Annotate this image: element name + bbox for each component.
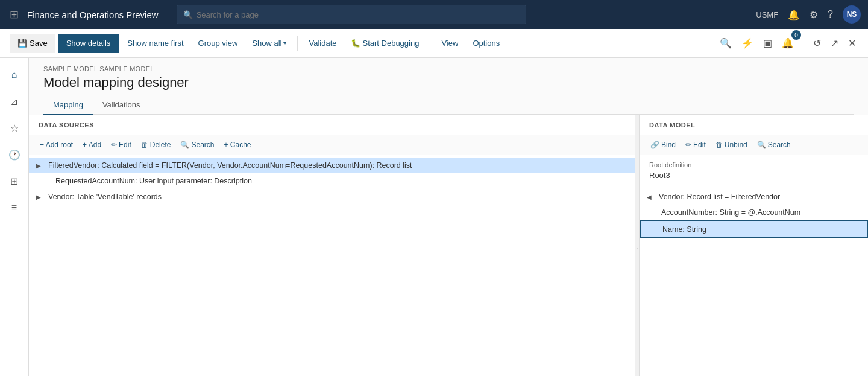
search-ds-icon: 🔍 xyxy=(180,141,189,149)
expand-icon-vendor: ▶ xyxy=(36,194,46,200)
show-name-first-button[interactable]: Show name first xyxy=(121,34,189,53)
toolbar-right: 🔍 ⚡ ▣ 🔔 0 ↺ ↗ ✕ xyxy=(717,35,858,51)
validate-button[interactable]: Validate xyxy=(303,34,342,53)
dm-expand-icon-vendor: ◀ xyxy=(647,194,656,200)
page-title: Model mapping designer xyxy=(43,75,854,91)
tab-mapping[interactable]: Mapping xyxy=(43,95,93,115)
notification-badge: 0 xyxy=(791,30,801,40)
group-view-button[interactable]: Group view xyxy=(192,34,244,53)
sidebar-home-icon[interactable]: ⌂ xyxy=(2,63,27,87)
separator-2 xyxy=(430,36,430,51)
data-sources-panel: DATA SOURCES + Add root + Add ✏ Edit 🗑 D… xyxy=(29,115,635,376)
dm-root-definition: Root definition Root3 xyxy=(640,155,868,186)
expand-icon-filtered-vendor: ▶ xyxy=(36,162,46,169)
view-button[interactable]: View xyxy=(435,34,464,53)
app-title: Finance and Operations Preview xyxy=(27,10,159,20)
tree-item-requested-account[interactable]: RequestedAccountNum: User input paramete… xyxy=(29,173,635,189)
search-icon-nav: 🔍 xyxy=(183,10,193,19)
breadcrumb: SAMPLE MODEL SAMPLE MODEL xyxy=(43,65,854,72)
edit-button[interactable]: ✏ Edit xyxy=(107,139,135,151)
show-all-button[interactable]: Show all ▾ xyxy=(246,34,292,53)
dm-tree-item-name-string[interactable]: Name: String xyxy=(640,220,868,238)
close-icon[interactable]: ✕ xyxy=(846,35,858,51)
avatar[interactable]: NS xyxy=(843,5,861,24)
dm-tree-item-account-number[interactable]: AccountNumber: String = @.AccountNum xyxy=(640,205,868,220)
start-debugging-button[interactable]: 🐛 Start Debugging xyxy=(345,34,425,53)
search-ds-button[interactable]: 🔍 Search xyxy=(177,139,218,151)
data-model-toolbar: 🔗 Bind ✏ Edit 🗑 Unbind 🔍 Search xyxy=(640,135,868,155)
sidebar-table-icon[interactable]: ⊞ xyxy=(2,169,27,193)
show-details-button[interactable]: Show details xyxy=(58,34,119,53)
sidebar: ⌂ ⊿ ☆ 🕐 ⊞ ≡ xyxy=(0,58,29,376)
tree-item-filtered-vendor[interactable]: ▶ FilteredVendor: Calculated field = FIL… xyxy=(29,158,635,173)
search-dm-button[interactable]: 🔍 Search xyxy=(753,139,794,151)
search-dm-icon: 🔍 xyxy=(757,141,766,149)
data-model-header: DATA MODEL xyxy=(640,115,868,135)
save-icon: 💾 xyxy=(17,39,27,48)
main-content: DATA SOURCES + Add root + Add ✏ Edit 🗑 D… xyxy=(29,115,868,376)
sidebar-clock-icon[interactable]: 🕐 xyxy=(2,142,27,167)
help-icon[interactable]: ? xyxy=(828,9,833,20)
data-sources-tree: ▶ FilteredVendor: Calculated field = FIL… xyxy=(29,155,635,376)
tree-item-vendor[interactable]: ▶ Vendor: Table 'VendTable' records xyxy=(29,189,635,205)
connect-icon[interactable]: ⚡ xyxy=(739,35,756,51)
notification-with-badge: 🔔 0 xyxy=(779,35,806,51)
options-button[interactable]: Options xyxy=(467,34,506,53)
chevron-down-icon: ▾ xyxy=(283,40,286,46)
page-tabs: Mapping Validations xyxy=(43,95,854,115)
dm-edit-icon: ✏ xyxy=(685,141,691,149)
bind-button[interactable]: 🔗 Bind xyxy=(647,139,679,151)
refresh-icon[interactable]: ↺ xyxy=(811,35,823,51)
dm-tree-item-vendor[interactable]: ◀ Vendor: Record list = FilteredVendor xyxy=(640,189,868,205)
bind-icon: 🔗 xyxy=(650,141,659,149)
sidebar-star-icon[interactable]: ☆ xyxy=(2,116,27,140)
layout-icon[interactable]: ▣ xyxy=(761,35,775,51)
org-label: USMF xyxy=(756,10,778,19)
unbind-icon: 🗑 xyxy=(715,141,723,149)
data-model-panel: DATA MODEL 🔗 Bind ✏ Edit 🗑 Unbind xyxy=(639,115,868,376)
toolbar: 💾 Save Show details Show name first Grou… xyxy=(0,29,868,58)
tab-validations[interactable]: Validations xyxy=(93,95,150,115)
content-area: SAMPLE MODEL SAMPLE MODEL Model mapping … xyxy=(29,58,868,376)
search-bar: 🔍 xyxy=(177,5,526,24)
add-root-button[interactable]: + Add root xyxy=(36,139,77,151)
main-layout: ⌂ ⊿ ☆ 🕐 ⊞ ≡ SAMPLE MODEL SAMPLE MODEL Mo… xyxy=(0,58,868,376)
search-input[interactable] xyxy=(197,10,520,19)
bell-icon[interactable]: 🔔 xyxy=(788,9,800,21)
search-toolbar-icon[interactable]: 🔍 xyxy=(717,35,734,51)
root-def-label: Root definition xyxy=(649,161,858,168)
delete-icon: 🗑 xyxy=(141,141,148,149)
debug-icon: 🐛 xyxy=(351,39,360,48)
unbind-button[interactable]: 🗑 Unbind xyxy=(712,139,751,151)
top-nav-right: USMF 🔔 ⚙ ? NS xyxy=(756,5,861,24)
delete-button[interactable]: 🗑 Delete xyxy=(137,139,175,151)
save-button[interactable]: 💾 Save xyxy=(10,34,55,53)
page-header: SAMPLE MODEL SAMPLE MODEL Model mapping … xyxy=(29,58,868,115)
root-def-value: Root3 xyxy=(649,171,858,180)
data-model-tree: ◀ Vendor: Record list = FilteredVendor A… xyxy=(640,186,868,376)
edit-icon: ✏ xyxy=(111,141,117,149)
dm-edit-button[interactable]: ✏ Edit xyxy=(682,139,709,151)
expand-icon[interactable]: ↗ xyxy=(828,35,841,51)
add-button[interactable]: + Add xyxy=(79,139,105,151)
cache-button[interactable]: + Cache xyxy=(220,139,254,151)
data-sources-header: DATA SOURCES xyxy=(29,115,635,135)
sidebar-list-icon[interactable]: ≡ xyxy=(2,196,27,220)
separator-1 xyxy=(297,36,298,51)
gear-icon[interactable]: ⚙ xyxy=(810,9,818,21)
data-sources-toolbar: + Add root + Add ✏ Edit 🗑 Delete 🔍 Searc… xyxy=(29,135,635,155)
top-nav: ⊞ Finance and Operations Preview 🔍 USMF … xyxy=(0,0,868,29)
sidebar-filter-icon[interactable]: ⊿ xyxy=(2,89,27,113)
app-grid-icon[interactable]: ⊞ xyxy=(7,5,21,24)
